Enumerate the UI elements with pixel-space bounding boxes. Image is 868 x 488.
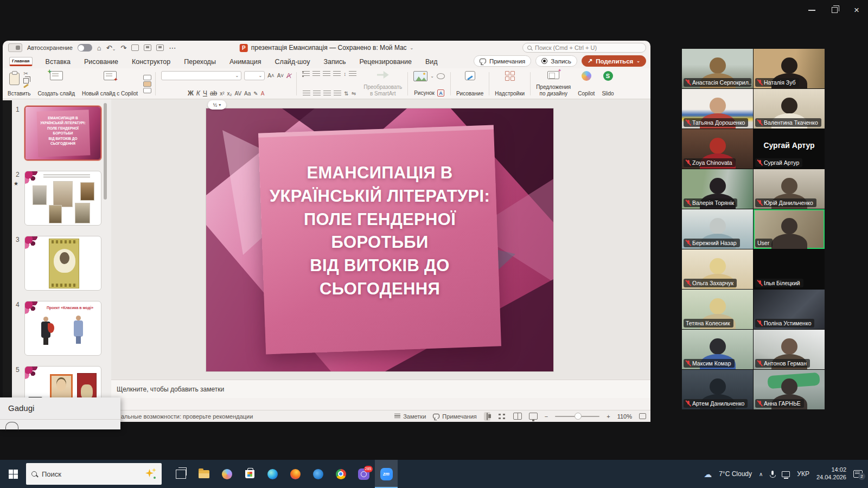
font-size-select[interactable]: ⌄: [244, 71, 265, 80]
shapes-icon[interactable]: [437, 73, 445, 79]
notification-center-icon[interactable]: 2: [853, 470, 863, 478]
tab-transitions[interactable]: Переходы: [183, 56, 216, 67]
tab-insert[interactable]: Вставка: [45, 56, 71, 67]
copilot-slide-label[interactable]: Новый слайд с Copilot: [82, 91, 138, 97]
cut-icon[interactable]: ✂: [23, 71, 29, 76]
paste-icon[interactable]: [9, 73, 20, 85]
weather-cloud-icon[interactable]: ☁: [704, 470, 712, 478]
italic-button[interactable]: К: [196, 90, 200, 97]
reading-view-button[interactable]: [513, 413, 522, 420]
record-button[interactable]: Запись: [535, 55, 577, 67]
home-icon[interactable]: ⌂: [97, 44, 101, 52]
picture-icon[interactable]: [413, 71, 427, 81]
align-left-icon[interactable]: [303, 91, 310, 97]
smartart-icon[interactable]: [377, 71, 389, 79]
slide-zoom-pill[interactable]: ½▾: [208, 100, 226, 110]
text-direction-icon[interactable]: ⇅: [344, 91, 348, 97]
tab-draw[interactable]: Рисование: [84, 56, 119, 67]
slide-canvas[interactable]: ЕМАНСИПАЦІЯ В УКРАЇНСЬКІЙ ЛІТЕРАТУРІ: ПО…: [206, 108, 553, 371]
more-commands-icon[interactable]: ⋯: [169, 44, 176, 52]
change-case-button[interactable]: Aa: [244, 91, 251, 97]
tab-home[interactable]: Главная: [9, 57, 33, 66]
restore-icon[interactable]: [832, 7, 838, 13]
document-title-area[interactable]: P презентація Емансипація — Сохранено в:…: [240, 41, 414, 55]
clear-formatting-icon[interactable]: А: [286, 72, 291, 80]
participant-tile-camera-off[interactable]: Ілья Білецкий: [754, 249, 825, 289]
participant-tile[interactable]: Ольга Захарчук: [682, 249, 753, 289]
decrease-indent-icon[interactable]: [323, 71, 330, 77]
notes-pane[interactable]: Щелкните, чтобы добавить заметки: [111, 380, 650, 398]
participant-tile[interactable]: Юрій Данильченко: [754, 169, 825, 209]
section-icon[interactable]: [143, 88, 151, 93]
taskbar-item-store[interactable]: [238, 460, 261, 488]
window-preview-icon[interactable]: [8, 43, 22, 52]
autosave-toggle[interactable]: [78, 44, 92, 52]
align-text-icon[interactable]: ⇋: [352, 91, 356, 97]
line-spacing-icon[interactable]: ↕: [343, 71, 346, 77]
thumbnail-scrollbar[interactable]: [104, 103, 107, 200]
increase-indent-icon[interactable]: [333, 71, 341, 77]
fit-to-window-icon[interactable]: [639, 413, 646, 419]
slide-thumbnail-1[interactable]: ЕМАНСИПАЦІЯ ВУКРАЇНСЬКІЙ ЛІТЕРАТУРІ: ПОЛ…: [24, 106, 101, 160]
justify-icon[interactable]: [334, 91, 341, 97]
picture-label[interactable]: Рисунок: [414, 90, 435, 97]
close-icon[interactable]: ×: [854, 5, 859, 15]
format-painter-icon[interactable]: [23, 84, 29, 88]
task-view-icon[interactable]: [176, 470, 186, 479]
design-ideas-label[interactable]: Предложенияпо дизайну: [536, 84, 571, 97]
paste-label[interactable]: Вставить: [8, 91, 30, 97]
draw-icon[interactable]: [465, 71, 475, 80]
participant-tile[interactable]: Наталія Зуб: [754, 49, 825, 88]
save-icon[interactable]: [144, 44, 151, 51]
save-as-icon[interactable]: [156, 44, 164, 51]
normal-view-button[interactable]: [484, 412, 490, 421]
start-button[interactable]: [0, 460, 26, 488]
participant-tile[interactable]: Валентина Ткаченко: [754, 89, 825, 129]
slide-sorter-view-button[interactable]: [497, 413, 506, 420]
ppt-search-input[interactable]: Поиск (Cmd + Ctrl + U): [522, 43, 646, 53]
decrease-font-icon[interactable]: A˅: [277, 73, 284, 79]
font-option-gadugi[interactable]: Gadugi: [0, 397, 120, 413]
participant-tile[interactable]: Антонов Герман: [754, 330, 825, 369]
participant-tile[interactable]: Валерія Торянік: [682, 169, 753, 209]
subscript-button[interactable]: x₂: [227, 91, 232, 97]
tab-record[interactable]: Запись: [323, 56, 346, 67]
strikethrough-button[interactable]: ab: [210, 90, 217, 97]
participant-tile[interactable]: Артем Данильченко: [682, 370, 753, 409]
taskbar-item-outlook[interactable]: [307, 460, 329, 488]
redo-icon[interactable]: ↷: [120, 44, 126, 52]
slide-thumbnail-2[interactable]: [24, 171, 101, 226]
bullets-icon[interactable]: [302, 71, 310, 77]
slideshow-button[interactable]: [529, 413, 538, 420]
font-color-button[interactable]: А: [261, 91, 265, 97]
accessibility-status[interactable]: альные возможности: проверьте рекомендац…: [121, 413, 253, 420]
participant-tile[interactable]: Бережний Назар: [682, 209, 753, 249]
tray-display-icon[interactable]: [782, 471, 790, 477]
hidden-icons-chevron[interactable]: ∧: [759, 471, 763, 477]
animation-star-icon[interactable]: ★: [14, 181, 18, 187]
participant-tile-active-speaker[interactable]: User: [754, 209, 825, 249]
participant-tile[interactable]: Татьяна Дорошенко: [682, 89, 753, 129]
participant-tile[interactable]: Поліна Устименко: [754, 290, 825, 329]
taskbar-item-zoom-active[interactable]: zm: [375, 460, 398, 488]
zoom-slider-thumb[interactable]: [575, 413, 582, 420]
minimize-icon[interactable]: [808, 10, 815, 11]
tab-slideshow[interactable]: Слайд-шоу: [275, 56, 311, 67]
new-slide-label[interactable]: Создать слайд: [37, 91, 75, 97]
align-right-icon[interactable]: [323, 91, 331, 97]
zoom-out-button[interactable]: −: [545, 413, 548, 420]
design-ideas-icon[interactable]: [547, 71, 559, 79]
weather-text[interactable]: 7°C Cloudy: [719, 470, 752, 478]
slido-icon[interactable]: S: [603, 71, 613, 81]
slide-thumbnail-3[interactable]: [24, 236, 101, 291]
slide-thumbnail-4[interactable]: Проект «Класика в моді»: [24, 301, 101, 356]
share-button[interactable]: ↗ Поделиться ⌄: [582, 55, 646, 67]
comments-button[interactable]: Примечания: [474, 55, 531, 67]
participant-tile[interactable]: Анастасія Серпокрил...: [682, 49, 753, 88]
participant-tile[interactable]: Тетяна Колесник: [682, 290, 753, 329]
zoom-in-button[interactable]: +: [607, 413, 610, 420]
comments-toggle[interactable]: Примечания: [433, 413, 477, 420]
copy-icon[interactable]: [23, 78, 29, 84]
tab-design[interactable]: Конструктор: [131, 56, 171, 67]
reset-icon[interactable]: [143, 81, 151, 87]
